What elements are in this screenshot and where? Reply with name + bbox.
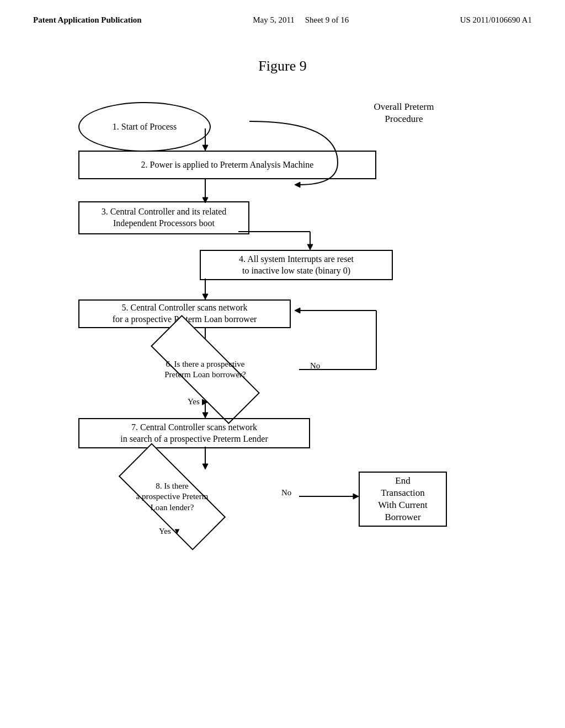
svg-marker-1 [202, 145, 208, 151]
header-right: US 2011/0106690 A1 [460, 15, 532, 25]
diamond6-label: 6. Is there a prospective Preterm Loan b… [164, 359, 246, 381]
step3-label: 3. Central Controller and its related In… [102, 206, 227, 229]
overall-label-text: Overall Preterm Procedure [374, 101, 434, 124]
yes1-label: Yes ▶ [188, 397, 209, 406]
svg-marker-16 [295, 308, 300, 313]
no1-label: No [310, 361, 320, 371]
svg-marker-8 [202, 294, 208, 299]
overall-label: Overall Preterm Procedure [343, 101, 465, 125]
step4-rect: 4. All system Interrupts are reset to in… [200, 250, 393, 280]
svg-marker-6 [307, 244, 313, 250]
svg-marker-20 [353, 494, 359, 499]
no2-label: No [281, 488, 291, 497]
start-ellipse: 1. Start of Process [78, 102, 211, 152]
start-label: 1. Start of Process [113, 121, 177, 133]
end-transaction-label: End Transaction With Current Borrower [378, 475, 428, 523]
figure-title: Figure 9 [0, 58, 565, 74]
diamond8-container: 8. Is there a prospective Preterm Loan l… [78, 469, 266, 524]
svg-marker-12 [202, 413, 208, 418]
header-date: May 5, 2011 [253, 15, 295, 24]
header-left: Patent Application Publication [33, 15, 142, 25]
step2-label: 2. Power is applied to Preterm Analysis … [141, 159, 314, 171]
step4-label: 4. All system Interrupts are reset to in… [239, 254, 354, 277]
svg-marker-21 [295, 182, 300, 188]
step7-rect: 7. Central Controller scans network in s… [78, 418, 310, 448]
diamond6-container: 6. Is there a prospective Preterm Loan b… [106, 345, 305, 394]
flowchart: 1. Start of Process Overall Preterm Proc… [34, 91, 531, 687]
diamond8-label: 8. Is there a prospective Preterm Loan l… [136, 481, 209, 513]
header-center: May 5, 2011 Sheet 9 of 16 [253, 15, 349, 25]
yes2-label: Yes ▼ [159, 527, 181, 536]
end-transaction-rect: End Transaction With Current Borrower [359, 472, 447, 527]
svg-marker-18 [202, 464, 208, 469]
step7-label: 7. Central Controller scans network in s… [120, 422, 268, 445]
step2-rect: 2. Power is applied to Preterm Analysis … [78, 151, 376, 179]
header-sheet: Sheet 9 of 16 [305, 15, 349, 24]
step3-rect: 3. Central Controller and its related In… [78, 201, 249, 234]
